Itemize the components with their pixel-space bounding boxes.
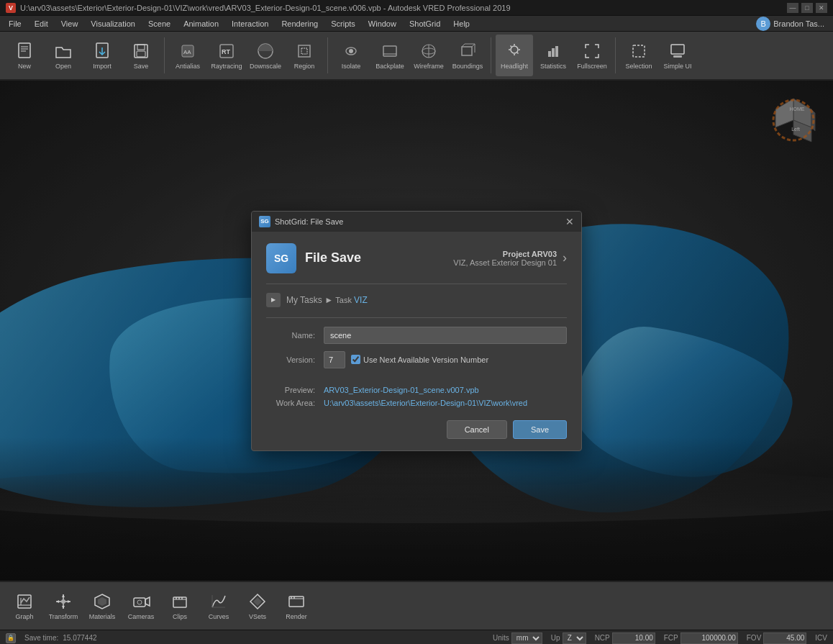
selection-icon (629, 41, 649, 61)
close-button[interactable]: ✕ (816, 3, 827, 13)
cameras-label: Cameras (128, 614, 155, 621)
name-input[interactable] (324, 327, 567, 344)
graph-label: Graph (15, 614, 33, 621)
maximize-button[interactable]: □ (801, 3, 813, 13)
cancel-button[interactable]: Cancel (447, 420, 507, 439)
up-label: Up (551, 634, 560, 642)
raytracing-icon: RT (217, 41, 237, 61)
fov-input[interactable] (763, 632, 806, 644)
menu-window[interactable]: Window (363, 18, 402, 30)
toolbar-selection[interactable]: Selection (620, 35, 657, 76)
window-controls: — □ ✕ (787, 3, 827, 13)
file-save-dialog: SG ShotGrid: File Save ✕ SG File Save Pr… (251, 211, 582, 451)
vsets-label: VSets (249, 614, 266, 621)
dialog-close-button[interactable]: ✕ (565, 217, 574, 227)
work-area-row: Work Area: U:\arv03\assets\Exterior\Exte… (266, 399, 567, 407)
svg-marker-59 (98, 597, 106, 606)
transform-icon (53, 591, 73, 612)
statistics-icon (543, 41, 563, 61)
toolbar-sep-3 (491, 37, 491, 73)
render-label: Render (286, 614, 307, 621)
up-select[interactable]: Z Y (563, 632, 586, 644)
svg-marker-56 (56, 600, 59, 603)
menu-scripts[interactable]: Scripts (325, 18, 361, 30)
menu-view[interactable]: View (55, 18, 84, 30)
toolbar-wireframe[interactable]: Wireframe (410, 35, 447, 76)
toolbar-backplate[interactable]: Backplate (371, 35, 409, 76)
svg-rect-18 (383, 46, 396, 56)
svg-rect-8 (137, 51, 145, 57)
toolbar-region[interactable]: Region (286, 35, 323, 76)
units-select[interactable]: mm cm m (511, 632, 542, 644)
toolbar-statistics[interactable]: Statistics (534, 35, 572, 76)
dialog-titlebar: SG ShotGrid: File Save ✕ (252, 212, 581, 232)
use-next-version-checkbox-label[interactable]: Use Next Available Version Number (351, 355, 488, 364)
toolbar-materials[interactable]: Materials (83, 585, 121, 627)
preview-row: Preview: ARV03_Exterior-Design-01_scene.… (266, 386, 567, 394)
spacer (266, 376, 567, 386)
svg-rect-36 (552, 48, 555, 57)
toolbar-isolate[interactable]: Isolate (332, 35, 370, 76)
toolbar-clips[interactable]: Clips (161, 585, 199, 627)
tasks-play-button[interactable]: ▶ (266, 293, 281, 307)
menu-shotgrid[interactable]: ShotGrid (404, 18, 446, 30)
materials-label: Materials (89, 614, 116, 621)
svg-text:RT: RT (222, 48, 230, 55)
toolbar-raytracing[interactable]: RT Raytracing (208, 35, 245, 76)
backplate-label: Backplate (375, 63, 404, 71)
version-number: 7 (324, 351, 345, 368)
fcp-input[interactable] (680, 632, 738, 644)
svg-marker-71 (253, 597, 262, 606)
task-name[interactable]: Task VIZ (335, 295, 367, 305)
menu-rendering[interactable]: Rendering (276, 18, 324, 30)
toolbar-graph[interactable]: Graph (6, 585, 43, 627)
dialog-body: SG File Save Project ARV03 VIZ, Asset Ex… (252, 232, 581, 450)
menu-animation[interactable]: Animation (178, 18, 224, 30)
toolbar-boundings[interactable]: Boundings (449, 35, 486, 76)
lock-icon: 🔒 (6, 633, 16, 643)
toolbar-sep-2 (327, 37, 328, 73)
new-icon (14, 41, 35, 61)
toolbar-render[interactable]: Render (278, 585, 315, 627)
bottom-toolbar: Graph Transform Materials Cameras Clips … (0, 581, 833, 630)
work-area-label: Work Area: (266, 399, 324, 407)
toolbar-downscale[interactable]: Downscale (247, 35, 284, 76)
toolbar-import[interactable]: Import (83, 35, 121, 76)
icv-item[interactable]: ICV (815, 634, 827, 642)
viewport[interactable]: HOME Left SG ShotGrid: File Save ✕ SG (0, 81, 833, 581)
toolbar-fullscreen[interactable]: Fullscreen (573, 35, 611, 76)
fcp-label: FCP (664, 634, 678, 642)
project-nav-arrow[interactable]: › (563, 250, 567, 266)
toolbar-vsets[interactable]: VSets (239, 585, 276, 627)
toolbar-cameras[interactable]: Cameras (122, 585, 160, 627)
app-icon: V (6, 3, 16, 13)
ncp-input[interactable] (612, 632, 655, 644)
fov-label: FOV (747, 634, 762, 642)
svg-text:AA: AA (183, 49, 191, 55)
minimize-button[interactable]: — (787, 3, 798, 13)
toolbar-new[interactable]: New (6, 35, 43, 76)
toolbar-simple-ui[interactable]: Simple UI (659, 35, 696, 76)
menu-interaction[interactable]: Interaction (226, 18, 274, 30)
svg-rect-63 (173, 597, 186, 607)
menu-file[interactable]: File (3, 18, 27, 30)
toolbar-curves[interactable]: Curves (200, 585, 237, 627)
window-title: U:\arv03\assets\Exterior\Exterior-Design… (20, 4, 787, 12)
open-label: Open (55, 63, 71, 71)
save-time-item: Save time: 15.077442 (24, 634, 97, 642)
toolbar-antialias[interactable]: AA Antialias (169, 35, 206, 76)
toolbar-headlight[interactable]: Headlight (496, 35, 533, 76)
menu-edit[interactable]: Edit (29, 18, 54, 30)
toolbar-open[interactable]: Open (45, 35, 82, 76)
work-area-value: U:\arv03\assets\Exterior\Exterior-Design… (324, 399, 567, 407)
menu-help[interactable]: Help (447, 18, 475, 30)
vsets-icon (247, 591, 268, 612)
save-button[interactable]: Save (513, 420, 567, 439)
use-next-version-checkbox[interactable] (351, 355, 360, 364)
menu-visualization[interactable]: Visualization (85, 18, 141, 30)
menu-scene[interactable]: Scene (142, 18, 176, 30)
user-name[interactable]: Brandon Tas... (773, 19, 824, 28)
units-label: Units (493, 634, 509, 642)
toolbar-save[interactable]: Save (122, 35, 160, 76)
toolbar-transform[interactable]: Transform (45, 585, 82, 627)
